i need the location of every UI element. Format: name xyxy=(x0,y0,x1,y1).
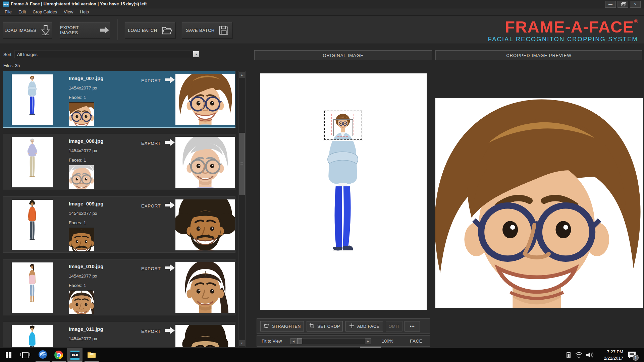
detected-face-thumbnail[interactable] xyxy=(69,228,94,252)
image-dimensions: 1454x2077 px xyxy=(69,148,97,153)
taskbar-chrome-button[interactable] xyxy=(51,348,66,362)
taskbar-thunderbird-button[interactable] xyxy=(35,348,50,362)
crop-guide-bottom xyxy=(337,136,348,137)
tray-volume[interactable] xyxy=(586,348,594,362)
export-arrow-icon xyxy=(164,75,176,85)
notification-badge: 1 xyxy=(633,355,639,361)
save-batch-button[interactable]: SAVE BATCH xyxy=(182,22,233,39)
menu-view[interactable]: View xyxy=(60,9,76,14)
menu-crop-guides[interactable]: Crop Guides xyxy=(29,9,60,14)
crop-guide-left xyxy=(331,114,332,135)
image-dimensions: 1454x2077 px xyxy=(69,274,97,279)
straighten-button[interactable]: STRAIGHTEN xyxy=(260,321,304,331)
file-explorer-icon xyxy=(87,350,96,360)
sort-dropdown[interactable]: All Images ▼ xyxy=(14,51,200,58)
detected-face-thumbnail[interactable] xyxy=(69,102,94,126)
restore-icon xyxy=(621,3,625,6)
zoom-percentage: 100% xyxy=(382,339,393,344)
minimize-icon: — xyxy=(608,2,612,6)
face-preview-thumbnail xyxy=(175,199,235,250)
files-count: Files: 35 xyxy=(3,63,20,68)
image-filename: Image_009.jpg xyxy=(69,201,103,206)
scroll-up-button[interactable]: ▲ xyxy=(239,72,245,78)
export-images-button[interactable]: EXPORT IMAGES xyxy=(60,22,110,39)
scrollbar-thumb[interactable] xyxy=(239,133,245,195)
detected-face-thumbnail[interactable] xyxy=(69,290,94,314)
image-face-count: Faces: 1 xyxy=(69,283,86,288)
export-item-button[interactable]: EXPORT xyxy=(141,263,176,274)
image-filename: Image_010.jpg xyxy=(69,263,103,269)
export-item-button[interactable]: EXPORT xyxy=(141,326,176,336)
image-list-item[interactable]: Image_008.jpg 1454x2077 px Faces: 1 EXPO… xyxy=(3,134,235,190)
taskbar-explorer-button[interactable] xyxy=(84,348,99,362)
image-face-count: Faces: 1 xyxy=(69,95,86,100)
image-dimensions: 1454x2077 px xyxy=(69,336,97,341)
export-arrow-icon xyxy=(164,201,176,211)
straighten-icon xyxy=(263,323,269,329)
face-preview-thumbnail xyxy=(175,262,235,313)
full-body-thumbnail xyxy=(12,200,53,250)
minimize-button[interactable]: — xyxy=(605,1,616,8)
speaker-icon xyxy=(586,352,594,358)
add-face-button[interactable]: ADD FACE xyxy=(345,321,383,331)
image-dimensions: 1454x2077 px xyxy=(69,85,97,90)
image-list-item[interactable]: Image_011.jpg 1454x2077 px EXPORT xyxy=(3,322,235,347)
close-button[interactable]: × xyxy=(630,1,641,8)
windows-taskbar: FAF 7:27 PM 2/22/2017 xyxy=(0,348,644,362)
image-list-item[interactable]: Image_009.jpg 1454x2077 px Faces: 1 EXPO… xyxy=(3,196,235,253)
scroll-down-button[interactable]: ▼ xyxy=(239,340,245,346)
tray-battery[interactable] xyxy=(566,348,571,362)
task-view-button[interactable] xyxy=(17,348,33,362)
tray-clock[interactable]: 7:27 PM 2/22/2017 xyxy=(597,348,623,362)
full-body-thumbnail xyxy=(12,137,53,187)
export-item-button[interactable]: EXPORT xyxy=(141,201,176,211)
export-item-button[interactable]: EXPORT xyxy=(141,138,176,148)
tray-date-value: 2/22/2017 xyxy=(604,355,623,362)
tray-network[interactable] xyxy=(575,348,583,362)
start-button[interactable] xyxy=(1,348,16,362)
export-arrow-icon xyxy=(164,326,176,336)
more-options-icon: ••• xyxy=(410,324,415,329)
zoom-slider-thumb[interactable] xyxy=(297,338,302,344)
zoom-slider-track[interactable] xyxy=(290,338,371,344)
list-scrollbar[interactable]: ▲ ▼ xyxy=(238,71,246,347)
zoom-bar: Fit to View ◀ ▶ 100% FACE xyxy=(257,335,430,347)
more-options-button[interactable]: ••• xyxy=(405,321,420,331)
menu-help[interactable]: Help xyxy=(76,9,92,14)
original-image-header: ORIGINAL IMAGE xyxy=(254,50,432,60)
cropped-image-preview xyxy=(435,98,643,308)
restore-button[interactable] xyxy=(618,1,628,8)
menu-file[interactable]: File xyxy=(1,9,15,14)
face-detect-box xyxy=(333,119,353,136)
wifi-icon xyxy=(575,352,583,358)
original-image-canvas[interactable] xyxy=(260,73,427,310)
face-preview-thumbnail xyxy=(175,325,235,347)
brand-logo: FRAME-A-FACE® FACIAL RECOGNITON CROPPING… xyxy=(488,19,638,42)
export-item-button[interactable]: EXPORT xyxy=(141,75,176,85)
zoom-out-button[interactable]: ◀ xyxy=(290,338,297,344)
toolbar-separator xyxy=(117,19,118,40)
action-center-button[interactable]: 1 xyxy=(628,348,637,362)
title-bar: FAF Frame-A-Face | Unregistered trial ve… xyxy=(0,0,644,8)
sort-label: Sort: xyxy=(3,52,12,57)
menu-edit[interactable]: Edit xyxy=(15,9,29,14)
task-view-icon xyxy=(22,352,29,358)
app-icon: FAF xyxy=(3,1,9,7)
faf-app-icon: FAF xyxy=(70,351,79,360)
load-images-button[interactable]: LOAD IMAGES xyxy=(3,22,52,39)
image-list-item[interactable]: Image_007.jpg 1454x2077 px Faces: 1 EXPO… xyxy=(3,71,235,127)
set-crop-button[interactable]: SET CROP xyxy=(307,321,343,331)
app-window: FAF Frame-A-Face | Unregistered trial ve… xyxy=(0,0,644,362)
detected-face-thumbnail[interactable] xyxy=(69,165,94,189)
logo-title: FRAME-A-FACE xyxy=(505,18,634,36)
zoom-in-button[interactable]: ▶ xyxy=(365,338,371,344)
logo-registered-mark: ® xyxy=(634,18,638,24)
image-list-item[interactable]: Image_010.jpg 1454x2077 px Faces: 1 EXPO… xyxy=(3,259,235,315)
save-batch-floppy-icon xyxy=(219,25,229,35)
image-face-count: Faces: 1 xyxy=(69,158,86,163)
taskbar-faf-button[interactable]: FAF xyxy=(67,348,83,362)
export-arrow-icon xyxy=(164,263,176,274)
load-batch-button[interactable]: LOAD BATCH xyxy=(125,22,176,39)
omit-button[interactable]: OMIT xyxy=(386,321,402,331)
set-crop-icon xyxy=(309,323,315,329)
